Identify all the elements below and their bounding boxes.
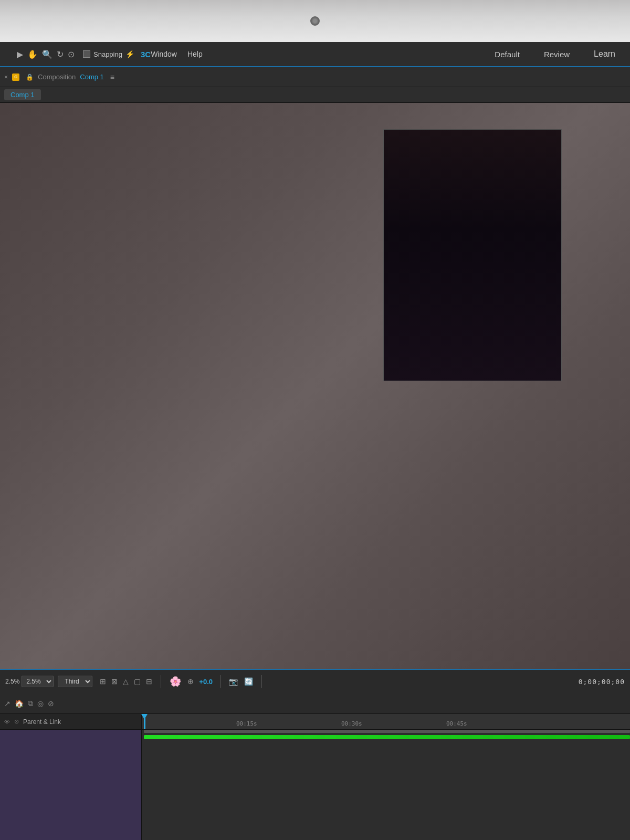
work-area-bar[interactable] xyxy=(144,730,630,733)
layer-panel: 👁 ⊙ Parent & Link xyxy=(0,714,142,840)
time-ruler: 00:15s 00:30s 00:45s xyxy=(142,714,630,730)
timeline-duplicate-icon[interactable]: ⧉ xyxy=(28,699,33,708)
playhead-head xyxy=(141,714,148,719)
lock-icon: 🔒 xyxy=(26,74,34,81)
snapping-label: Snapping xyxy=(93,50,122,58)
camera-bezel xyxy=(0,0,630,42)
view-dropdown[interactable]: Third xyxy=(58,676,92,687)
divider-2 xyxy=(220,675,220,688)
motion-blur-icon[interactable]: 🔄 xyxy=(243,676,254,687)
snap-icon: ⚡ xyxy=(125,50,134,58)
comp-tab-name[interactable]: Comp 1 xyxy=(80,73,104,81)
workspace-default[interactable]: Default xyxy=(490,48,524,61)
timeline-3d-icon[interactable]: ⊘ xyxy=(48,699,54,708)
threed-label: 3C xyxy=(141,50,151,59)
parent-link-label: Parent & Link xyxy=(23,718,61,726)
timeline-panel: ↗ 🏠 ⧉ ◎ ⊘ 👁 ⊙ Parent & Link xyxy=(0,693,630,840)
ae-application: ▶ ✋ 🔍 ↻ ⊙ Snapping ⚡ 3C Window Help Defa… xyxy=(0,42,630,840)
camera-icon[interactable]: 📷 xyxy=(228,676,239,687)
toolbar-icons: ▶ ✋ 🔍 ↻ ⊙ xyxy=(17,49,75,59)
active-comp-name: Comp 1 xyxy=(10,91,35,99)
comp-tab-label: Composition xyxy=(38,73,76,81)
zoom-control: 2.5% 2.5% 50% 100% xyxy=(5,676,54,687)
close-comp-tab-button[interactable]: × xyxy=(4,74,8,81)
layer-header: 👁 ⊙ Parent & Link xyxy=(0,714,141,730)
comp-icon: C xyxy=(12,74,19,81)
viewer-area xyxy=(0,103,630,669)
timeline-solo-icon[interactable]: ◎ xyxy=(37,699,44,708)
snapshot-icon[interactable]: ⊠ xyxy=(110,676,119,687)
green-layer-track[interactable] xyxy=(144,735,630,739)
color-management-icon[interactable]: 🌸 xyxy=(169,675,182,688)
exposure-icon[interactable]: ⊕ xyxy=(186,676,195,687)
menu-item-help[interactable]: Help xyxy=(187,50,203,58)
time-playhead[interactable] xyxy=(144,714,145,729)
viewer-icon-group: ⊞ ⊠ △ ▢ ⊟ xyxy=(99,676,153,687)
comp-tab-bar: × C 🔒 Composition Comp 1 ≡ xyxy=(0,67,630,87)
timeline-body: 👁 ⊙ Parent & Link 00:15s 00:30s 00:45s xyxy=(0,714,630,840)
camera-dot xyxy=(310,16,320,26)
timeline-collapse-icon[interactable]: ↗ xyxy=(4,699,10,708)
divider-1 xyxy=(161,675,161,688)
grid-icon[interactable]: △ xyxy=(122,676,130,687)
3d-draft-icon[interactable]: ⊟ xyxy=(145,676,153,687)
layer-content-area xyxy=(0,730,141,840)
menu-bar: ▶ ✋ 🔍 ↻ ⊙ Snapping ⚡ 3C Window Help Defa… xyxy=(0,42,630,67)
composition-canvas xyxy=(383,129,562,381)
exposure-value: +0.0 xyxy=(199,678,213,686)
time-marker-15s: 00:15s xyxy=(236,720,257,727)
time-ruler-panel: 00:15s 00:30s 00:45s xyxy=(142,714,630,840)
timeline-header: ↗ 🏠 ⧉ ◎ ⊘ xyxy=(0,693,630,714)
zoom-tool-icon[interactable]: 🔍 xyxy=(42,49,52,59)
snap-checkbox[interactable] xyxy=(83,50,90,58)
fit-viewer-icon[interactable]: ⊞ xyxy=(99,676,107,687)
time-marker-45s: 00:45s xyxy=(446,720,467,727)
workspace-review[interactable]: Review xyxy=(540,48,574,61)
zoom-dropdown[interactable]: 2.5% 50% 100% xyxy=(22,676,54,687)
rotate-tool-icon[interactable]: ↻ xyxy=(57,49,64,59)
menu-item-window[interactable]: Window xyxy=(151,50,177,58)
comp-menu-icon[interactable]: ≡ xyxy=(110,73,114,81)
camera-tool-icon[interactable]: ⊙ xyxy=(68,49,75,59)
layer-eye-icon[interactable]: 👁 xyxy=(4,719,10,725)
comp-name-tab: Comp 1 xyxy=(0,87,630,103)
zoom-value: 2.5% xyxy=(5,678,19,685)
selection-tool-icon[interactable]: ▶ xyxy=(17,49,23,59)
layer-solo-icon[interactable]: ⊙ xyxy=(14,718,19,725)
timeline-add-layer-icon[interactable]: 🏠 xyxy=(15,699,24,708)
divider-3 xyxy=(261,675,262,688)
snapping-area: Snapping ⚡ 3C xyxy=(83,50,151,59)
hand-tool-icon[interactable]: ✋ xyxy=(27,49,38,59)
safe-zones-icon[interactable]: ▢ xyxy=(133,676,142,687)
active-comp-pill[interactable]: Comp 1 xyxy=(4,89,41,100)
workspace-tabs: Default Review Learn xyxy=(490,47,620,61)
time-marker-30s: 00:30s xyxy=(341,720,362,727)
timecode-display[interactable]: 0;00;00;00 xyxy=(579,678,625,686)
time-track-area xyxy=(142,730,630,840)
viewer-controls: 2.5% 2.5% 50% 100% Third ⊞ ⊠ △ ▢ ⊟ 🌸 ⊕ +… xyxy=(0,669,630,693)
workspace-learn[interactable]: Learn xyxy=(590,47,620,61)
